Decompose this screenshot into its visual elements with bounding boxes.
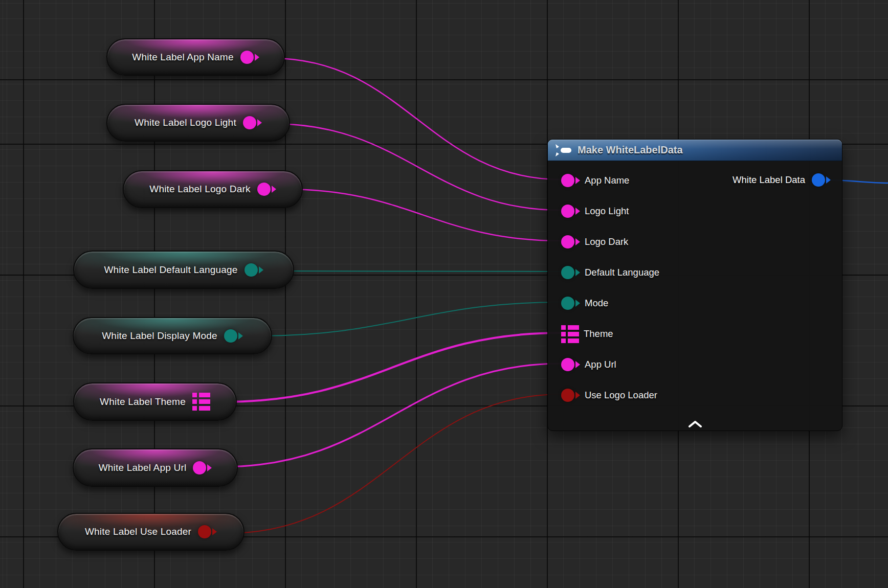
wire-logo-light[interactable] [273,124,561,210]
getter-node-white-label-app-url[interactable]: White Label App Url [73,448,238,487]
pin-label: Logo Light [585,206,629,217]
getter-label: White Label Logo Dark [149,184,250,195]
struct-input-pin-icon[interactable] [561,325,579,343]
getter-label: White Label Use Loader [85,526,191,537]
wire-logo-dark[interactable] [285,189,561,241]
pin-label: Logo Dark [585,236,628,247]
enum-input-pin[interactable] [561,266,580,279]
output-pin-label: White Label Data [732,174,805,186]
bool-input-pin[interactable] [561,389,580,402]
getter-label: White Label Display Mode [102,330,217,342]
pin-label: App Url [585,359,616,370]
node-pin-rows: App Name Logo Light Logo Dark Default La… [548,161,842,411]
wire-app-name[interactable] [272,58,561,179]
struct-output-pin[interactable] [812,173,831,187]
pin-label: Default Language [585,267,659,278]
getter-node-white-label-display-mode[interactable]: White Label Display Mode [73,317,272,354]
node-title: Make WhiteLabelData [578,144,683,156]
getter-label: White Label Theme [100,396,186,408]
getter-label: White Label Logo Light [135,117,236,128]
pin-row-white-label-data: White Label Data [732,165,831,195]
struct-pin-icon[interactable] [192,393,210,411]
getter-node-white-label-theme[interactable]: White Label Theme [73,382,237,421]
wire-display-mode[interactable] [257,302,561,336]
pin-label: Mode [585,298,608,309]
string-input-pin[interactable] [561,174,580,187]
enum-output-pin[interactable] [245,263,263,277]
string-output-pin[interactable] [193,461,212,474]
pin-label: Use Logo Loader [585,390,657,401]
pin-row-logo-dark: Logo Dark [548,227,842,257]
bool-output-pin[interactable] [198,525,217,538]
collapse-chevron-icon[interactable] [688,421,702,427]
getter-node-white-label-logo-light[interactable]: White Label Logo Light [106,104,290,142]
pin-row-theme: Theme [548,319,842,349]
string-output-pin[interactable] [240,51,259,64]
getter-node-white-label-logo-dark[interactable]: White Label Logo Dark [123,170,303,208]
string-output-pin[interactable] [257,183,276,196]
getter-node-white-label-app-name[interactable]: White Label App Name [106,38,285,76]
string-input-pin[interactable] [561,358,580,371]
pin-row-app-url: App Url [548,349,842,380]
make-whitelabeldata-node[interactable]: Make WhiteLabelData App Name Logo Light … [547,139,842,431]
string-input-pin[interactable] [561,235,580,248]
pin-row-use-logo-loader: Use Logo Loader [548,380,842,411]
wire-default-language[interactable] [279,271,561,272]
getter-label: White Label App Url [99,462,187,473]
enum-input-pin[interactable] [561,297,580,310]
getter-node-white-label-default-language[interactable]: White Label Default Language [73,251,294,289]
blueprint-graph-canvas[interactable]: White Label App Name White Label Logo Li… [0,0,888,588]
getter-node-white-label-use-loader[interactable]: White Label Use Loader [57,513,245,551]
string-input-pin[interactable] [561,205,580,218]
pin-label: Theme [584,328,613,340]
pin-row-default-language: Default Language [548,257,842,288]
make-struct-icon [555,144,572,157]
getter-label: White Label App Name [132,52,233,63]
enum-output-pin[interactable] [224,329,243,343]
node-footer [548,421,842,427]
pin-row-logo-light: Logo Light [548,196,842,227]
pin-row-mode: Mode [548,288,842,319]
getter-label: White Label Default Language [104,264,237,276]
string-output-pin[interactable] [243,116,262,129]
node-header[interactable]: Make WhiteLabelData [548,140,842,161]
wire-app-url[interactable] [222,364,561,467]
pin-label: App Name [585,175,629,186]
